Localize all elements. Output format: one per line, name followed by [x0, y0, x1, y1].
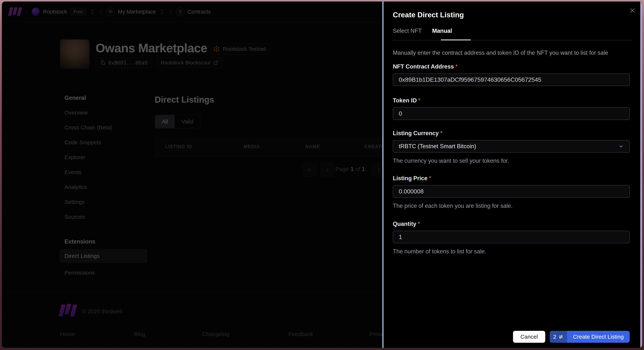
contract-address-label: NFT Contract Address* — [393, 63, 630, 70]
drawer-description: Manually enter the contract address and … — [393, 49, 629, 56]
quantity-input[interactable] — [393, 231, 630, 243]
drawer-left-border — [382, 1, 384, 348]
field-contract-address: NFT Contract Address* — [393, 63, 630, 86]
field-listing-currency: Listing Currency* tRBTC (Testnet Smart B… — [393, 130, 630, 164]
close-icon[interactable] — [628, 6, 636, 14]
drawer-title: Create Direct Listing — [393, 11, 464, 19]
tab-select-nft[interactable]: Select NFT — [393, 27, 422, 39]
cancel-button[interactable]: Cancel — [513, 331, 545, 343]
create-direct-listing-drawer: Create Direct Listing Select NFT Manual … — [384, 1, 642, 348]
submit-button-group: 2 Create Direct Listing — [550, 331, 630, 343]
listing-price-input[interactable] — [393, 185, 630, 198]
required-asterisk: * — [440, 130, 442, 136]
required-asterisk: * — [418, 97, 420, 104]
required-asterisk: * — [456, 63, 458, 70]
chevron-down-icon — [618, 144, 624, 149]
field-quantity: Quantity* The number of tokens to list f… — [393, 221, 630, 255]
drawer-scrollbar[interactable] — [640, 1, 642, 348]
token-id-label: Token ID* — [393, 97, 630, 104]
required-asterisk: * — [429, 175, 431, 182]
required-asterisk: * — [418, 221, 420, 227]
contract-address-input[interactable] — [393, 73, 630, 86]
currency-helper-text: The currency you want to sell your token… — [393, 157, 630, 164]
app-window: / Rootstock Free / My Marketplace / — [2, 1, 642, 348]
quantity-helper-text: The number of tokens to list for sale. — [393, 248, 630, 255]
listing-currency-select[interactable]: tRBTC (Testnet Smart Bitcoin) — [393, 140, 630, 153]
field-listing-price: Listing Price* The price of each token y… — [393, 175, 630, 209]
listing-currency-label: Listing Currency* — [393, 130, 630, 137]
modal-dim-overlay[interactable] — [2, 1, 382, 348]
drawer-tabs: Select NFT Manual — [393, 27, 452, 39]
token-id-input[interactable] — [393, 107, 630, 120]
tabs-divider — [392, 40, 631, 40]
quantity-label: Quantity* — [393, 221, 630, 227]
drawer-footer: Cancel 2 Create Direct Listing — [513, 331, 630, 343]
currency-selected-value: tRBTC (Testnet Smart Bitcoin) — [399, 143, 476, 150]
tx-count: 2 — [553, 334, 556, 340]
tx-count-badge[interactable]: 2 — [550, 331, 567, 343]
swap-arrows-icon — [558, 334, 564, 340]
listing-price-label: Listing Price* — [393, 175, 630, 182]
field-token-id: Token ID* — [393, 97, 630, 120]
price-helper-text: The price of each token you are listing … — [393, 203, 630, 209]
tab-manual[interactable]: Manual — [432, 27, 452, 39]
create-direct-listing-button[interactable]: Create Direct Listing — [567, 331, 630, 343]
